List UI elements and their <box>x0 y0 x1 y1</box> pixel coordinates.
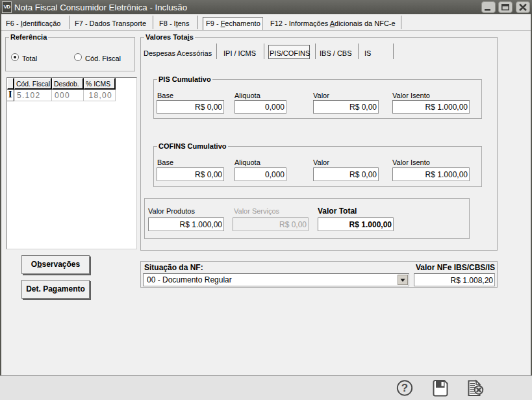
svg-text:?: ? <box>401 382 408 394</box>
